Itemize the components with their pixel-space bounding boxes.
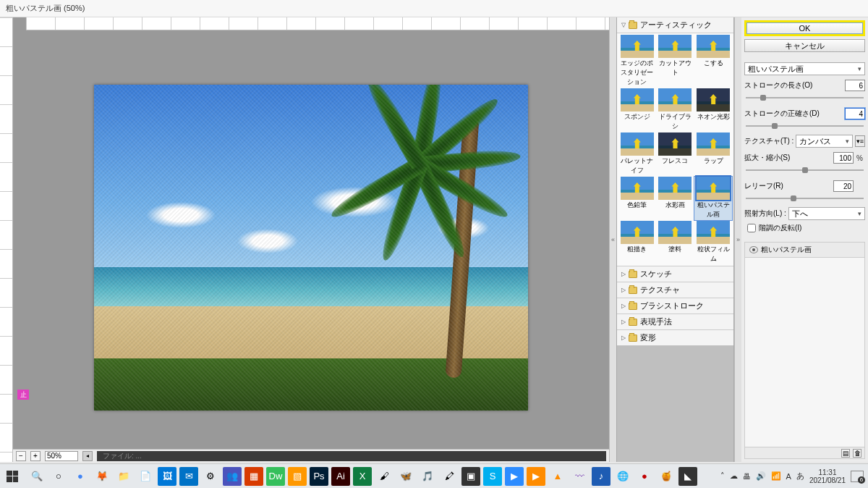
globe-icon[interactable]: 🌐 (613, 467, 632, 486)
delete-effect-button[interactable]: 🗑 (853, 449, 861, 458)
panel-toggle-right[interactable]: » (734, 17, 741, 462)
new-effect-button[interactable]: ▤ (841, 449, 850, 458)
tray-wifi[interactable]: 📶 (771, 471, 781, 481)
zoom-bar: − + ◂ ファイル: ... (13, 449, 609, 462)
invert-label: 階調の反転(I) (759, 223, 801, 233)
butterfly-icon[interactable]: 🦋 (396, 467, 415, 486)
scale-slider[interactable] (746, 167, 864, 173)
excel-icon[interactable]: X (353, 467, 372, 486)
filter-thumb[interactable]: スポンジ (618, 88, 656, 132)
filter-thumb[interactable]: 粒状フィルム (694, 221, 732, 264)
music-icon[interactable]: 🎵 (418, 467, 437, 486)
zoom-icon[interactable]: ▶ (505, 467, 524, 486)
texture-label: テクスチャ(T) : (744, 136, 793, 146)
media-icon[interactable]: ▶ (527, 467, 545, 486)
tray-ime[interactable]: A (786, 472, 791, 481)
light-select[interactable]: 下へ (788, 207, 865, 220)
effect-layer-row[interactable]: 粗いパステル画 (745, 243, 864, 258)
scale-input[interactable] (833, 152, 854, 164)
record-icon[interactable]: ● (635, 467, 654, 486)
panel-toggle-left[interactable]: « (609, 17, 616, 462)
relief-input[interactable] (833, 180, 854, 192)
tray-up[interactable]: ˄ (720, 471, 725, 481)
tray-lang[interactable]: あ (796, 471, 804, 481)
taskbar: 🔍○●🦊📁📄🖼✉⚙👥▦Dw▧PsAiX🖌🦋🎵🖍▣S▶▶▲〰♪🌐●🍯◣ ˄☁🖶🔊📶… (0, 463, 868, 488)
filter-thumb[interactable]: 粗描き (618, 221, 656, 264)
invert-checkbox[interactable] (747, 224, 756, 232)
tray-printer[interactable]: 🖶 (743, 472, 751, 481)
stroke-length-slider[interactable] (746, 95, 864, 101)
preview-image (94, 85, 528, 411)
stroke-detail-slider[interactable] (746, 123, 864, 129)
scale-unit: % (856, 154, 865, 162)
vlc-icon[interactable]: ▲ (548, 467, 567, 486)
stroke-detail-input[interactable] (845, 108, 865, 119)
filter-thumb[interactable]: パレットナイフ (618, 132, 656, 176)
music2-icon[interactable]: ♪ (592, 467, 610, 486)
filter-thumb[interactable]: ドライブラシ (657, 88, 694, 132)
cortana-icon[interactable]: ○ (49, 467, 68, 486)
relief-slider[interactable] (746, 195, 864, 201)
category-closed[interactable]: ▷スケッチ (617, 266, 733, 282)
filter-thumb[interactable]: ネオン光彩 (694, 88, 732, 132)
explorer-icon[interactable]: 📁 (114, 467, 133, 486)
zoom-out-button[interactable]: − (16, 451, 26, 461)
skype-icon[interactable]: S (483, 467, 502, 486)
zoom-input[interactable] (45, 451, 78, 461)
tray-volume[interactable]: 🔊 (756, 471, 766, 481)
filter-thumb[interactable]: カットアウト (657, 35, 694, 88)
filter-thumb[interactable]: ラップ (694, 132, 732, 176)
zoom-in-button[interactable]: + (30, 451, 41, 461)
filter-thumb[interactable]: 粗いパステル画 (694, 177, 732, 220)
teams-icon[interactable]: 👥 (223, 467, 242, 486)
adobe-icon[interactable]: ▣ (461, 467, 480, 486)
filter-thumb[interactable]: エッジのポスタリゼーション (618, 35, 656, 88)
firefox-icon[interactable]: 🦊 (93, 467, 111, 486)
canvas-area[interactable]: 止 − + ◂ ファイル: ... (13, 17, 609, 462)
window-titlebar: 粗いパステル画 (50%) (0, 0, 868, 17)
search-icon[interactable]: 🔍 (27, 467, 46, 486)
sublime-icon[interactable]: ▧ (288, 467, 307, 486)
tray-cloud[interactable]: ☁ (730, 471, 738, 481)
category-closed[interactable]: ▷変形 (617, 329, 733, 345)
wave-icon[interactable]: 〰 (570, 467, 589, 486)
eye-icon (749, 246, 758, 253)
controls-panel: OK キャンセル 粗いパステル画 ストロークの長さ(O) ストロークの正確さ(D… (741, 17, 868, 462)
stroke-length-input[interactable] (845, 80, 865, 91)
filter-thumb[interactable]: 水彩画 (657, 177, 694, 220)
filter-thumb[interactable]: 塗料 (657, 221, 694, 264)
cancel-button[interactable]: キャンセル (744, 39, 865, 52)
photos-icon[interactable]: 🖼 (158, 467, 176, 486)
chrome-icon[interactable]: ● (71, 467, 90, 486)
start-button[interactable] (0, 464, 25, 489)
filter-thumb[interactable]: 色鉛筆 (618, 177, 656, 220)
app-a-icon[interactable]: ▦ (244, 467, 263, 486)
illustrator-icon[interactable]: Ai (331, 467, 350, 486)
notepad-icon[interactable]: 📄 (136, 467, 155, 486)
ok-button[interactable]: OK (744, 20, 865, 36)
filter-thumb[interactable]: フレスコ (657, 132, 694, 176)
category-closed[interactable]: ▷テクスチャ (617, 282, 733, 298)
jar-icon[interactable]: 🍯 (657, 467, 676, 486)
texture-select[interactable]: カンバス (796, 135, 853, 148)
filter-thumb[interactable]: こする (694, 35, 732, 88)
folder-icon (629, 22, 637, 29)
filter-select[interactable]: 粗いパステル画 (744, 62, 865, 75)
notifications-icon[interactable] (851, 471, 864, 482)
scroll-left[interactable]: ◂ (82, 451, 93, 461)
flag-icon[interactable]: ◣ (678, 467, 697, 486)
triangle-down-icon: ▽ (621, 22, 626, 28)
texture-menu-button[interactable]: ▾≡ (855, 135, 865, 147)
clock[interactable]: 11:312021/08/21 (809, 468, 846, 484)
category-open[interactable]: ▽ アーティスティック (617, 17, 733, 33)
photoshop-icon[interactable]: Ps (310, 467, 328, 486)
settings-icon[interactable]: ⚙ (201, 467, 220, 486)
brush-icon[interactable]: 🖍 (440, 467, 459, 486)
category-closed[interactable]: ▷表現手法 (617, 314, 733, 329)
windows-icon (7, 471, 18, 482)
ruler-vertical (0, 17, 13, 462)
paint-icon[interactable]: 🖌 (375, 467, 393, 486)
outlook-icon[interactable]: ✉ (179, 467, 198, 486)
dreamweaver-icon[interactable]: Dw (266, 467, 285, 486)
category-closed[interactable]: ▷ブラシストローク (617, 298, 733, 314)
